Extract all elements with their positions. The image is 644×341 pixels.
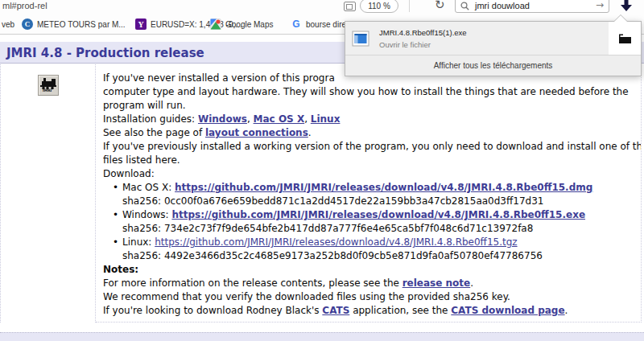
search-value: jmri douwload (475, 1, 530, 10)
see-also-line: See also the page of layout connections. (103, 126, 641, 140)
previous-install-line: files listed here. (103, 154, 641, 167)
page-content: JMRI 4.8 - Production release JMRI If yo… (0, 35, 644, 341)
layout-connections-link[interactable]: layout connections (205, 127, 308, 138)
download-item-macosx: •Mac OS X: https://github.com/JMRI/JMRI/… (103, 181, 641, 195)
windows-guide-link[interactable]: Windows (198, 113, 247, 125)
google-maps-favicon (210, 18, 221, 30)
search-go-icon[interactable]: → (596, 0, 604, 10)
bookmark-item[interactable]: Google Maps (210, 17, 273, 31)
search-input[interactable]: jmri douwload → (455, 0, 609, 13)
bullet-icon: • (113, 208, 122, 222)
google-favicon: G (291, 18, 302, 30)
macosx-download-link[interactable]: https://github.com/JMRI/JMRI/releases/do… (175, 182, 592, 193)
bookmark-item[interactable]: C METEO TOURS par M... (22, 17, 126, 31)
bookmark-item[interactable]: veb (2, 17, 14, 31)
intro-line: computer type and layout hardware. They … (103, 85, 641, 99)
toolbar-divider (409, 0, 410, 12)
download-arrow-icon (619, 0, 634, 13)
download-entry-row[interactable]: JMRI.4.8.Rbe0ff15(1).exe Ouvrir le fichi… (345, 22, 641, 55)
bookmark-label: Google Maps (225, 20, 273, 29)
windows-download-link[interactable]: https://github.com/JMRI/JMRI/releases/do… (171, 209, 585, 220)
sidebar-column: JMRI (0, 64, 96, 323)
url-bar[interactable]: ml#prod-rel 110 % ↻ jmri douwload → (0, 0, 644, 14)
main-text-column: If you've never installed a version of t… (96, 64, 642, 323)
cats-link[interactable]: CATS (322, 305, 349, 316)
download-item-windows: •Windows: https://github.com/JMRI/JMRI/r… (103, 208, 641, 222)
meteo-favicon: C (22, 18, 33, 30)
reload-icon[interactable]: ↻ (435, 0, 449, 12)
downloaded-filename: JMRI.4.8.Rbe0ff15(1).exe (379, 28, 467, 37)
previous-install-line: If you've previously installed a working… (103, 140, 641, 154)
bullet-icon: • (113, 181, 122, 195)
folder-icon (619, 34, 631, 43)
content-area: JMRI If you've never installed a version… (0, 64, 642, 323)
bookmark-label: METEO TOURS par M... (37, 20, 126, 29)
download-label: Download: (103, 167, 641, 181)
zoom-level-button[interactable]: 110 % (360, 0, 398, 13)
show-all-downloads-button[interactable]: Afficher tous les téléchargements (345, 55, 641, 76)
release-note-link[interactable]: release note (402, 277, 471, 289)
note-cats-line: If you're looking to download Rodney Bla… (103, 304, 641, 318)
page-action-icon[interactable] (344, 2, 356, 11)
linux-download-link[interactable]: https://github.com/JMRI/JMRI/releases/do… (155, 236, 517, 248)
download-item-linux: •Linux: https://github.com/JMRI/JMRI/rel… (103, 236, 641, 249)
open-file-action: Ouvrir le fichier (379, 40, 467, 49)
sha256-linux: sha256: 4492e3466d35c2c4685e9173a252b8d0… (103, 249, 641, 263)
download-popup: JMRI.4.8.Rbe0ff15(1).exe Ouvrir le fichi… (345, 21, 642, 76)
linux-guide-link[interactable]: Linux (311, 113, 341, 125)
jmri-train-logo-icon: JMRI (38, 75, 59, 96)
search-icon (460, 2, 469, 10)
notes-label: Notes: (103, 263, 641, 277)
macosx-guide-link[interactable]: Mac OS X (254, 113, 305, 125)
bookmark-label: veb (2, 20, 14, 29)
exe-file-icon (352, 31, 369, 47)
downloads-button[interactable] (613, 0, 639, 14)
url-text: ml#prod-rel (2, 1, 47, 10)
sha256-macosx: sha256: 0cc00f0a676e659bedd871c1a2dd4517… (103, 195, 641, 208)
note-release-line: For more information on the release cont… (103, 277, 641, 290)
installation-guides-line: Installation guides: Windows, Mac OS X, … (103, 113, 641, 126)
intro-line: program will run. (103, 99, 641, 113)
note-sha-line: We recommend that you verify the downloa… (103, 290, 641, 304)
yahoo-favicon: Y (135, 18, 147, 30)
bullet-icon: • (113, 236, 122, 249)
open-containing-folder-button[interactable] (609, 22, 641, 55)
sha256-windows: sha256: 734e2c73f7f9de654bfe2b417dd87a77… (103, 222, 641, 236)
cats-download-page-link[interactable]: CATS download page (451, 305, 564, 316)
svg-text:JMRI: JMRI (42, 88, 52, 92)
page-footer-strip (0, 332, 644, 341)
